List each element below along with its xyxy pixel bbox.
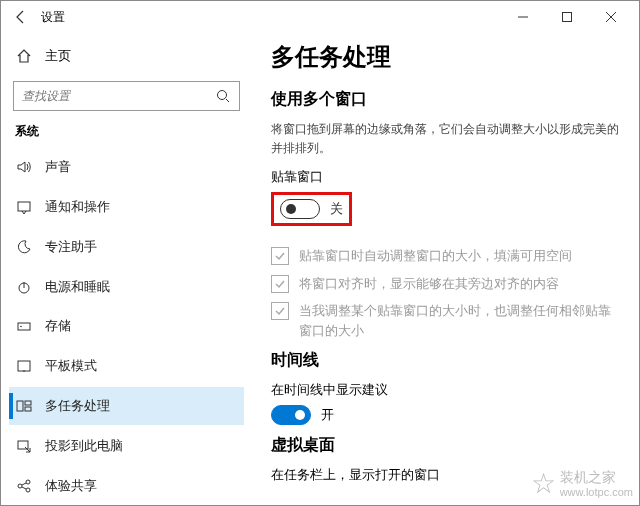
sidebar-item-projecting[interactable]: 投影到此电脑 bbox=[9, 427, 244, 465]
snap-option-3: 当我调整某个贴靠窗口的大小时，也调整任何相邻贴靠窗口的大小 bbox=[271, 301, 621, 340]
search-input[interactable] bbox=[13, 81, 240, 111]
checkbox-label: 贴靠窗口时自动调整窗口的大小，填满可用空间 bbox=[299, 246, 572, 266]
sidebar-item-label: 电源和睡眠 bbox=[45, 278, 110, 296]
svg-rect-7 bbox=[17, 401, 23, 411]
snap-toggle[interactable] bbox=[280, 199, 320, 219]
project-icon bbox=[15, 437, 33, 455]
page-title: 多任务处理 bbox=[271, 41, 621, 73]
svg-rect-8 bbox=[25, 401, 31, 405]
checkbox-icon bbox=[271, 302, 289, 320]
svg-point-13 bbox=[26, 488, 30, 492]
section-heading-virtual-desktop: 虚拟桌面 bbox=[271, 435, 621, 456]
sidebar-item-multitasking[interactable]: 多任务处理 bbox=[9, 387, 244, 425]
close-button[interactable] bbox=[589, 2, 633, 32]
svg-rect-0 bbox=[563, 13, 572, 22]
sidebar-item-label: 专注助手 bbox=[45, 238, 97, 256]
svg-rect-2 bbox=[18, 202, 30, 211]
checkbox-icon bbox=[271, 275, 289, 293]
section-heading-timeline: 时间线 bbox=[271, 350, 621, 371]
svg-point-1 bbox=[218, 90, 227, 99]
sidebar-item-label: 体验共享 bbox=[45, 477, 97, 495]
sidebar-group-title: 系统 bbox=[15, 123, 244, 140]
sidebar-item-label: 投影到此电脑 bbox=[45, 437, 123, 455]
minimize-button[interactable] bbox=[501, 2, 545, 32]
sidebar-item-focus-assist[interactable]: 专注助手 bbox=[9, 228, 244, 266]
tablet-icon bbox=[15, 357, 33, 375]
sidebar-item-label: 多任务处理 bbox=[45, 397, 110, 415]
notification-icon bbox=[15, 198, 33, 216]
window-title: 设置 bbox=[41, 9, 65, 26]
sidebar-item-label: 通知和操作 bbox=[45, 198, 110, 216]
virtual-desktop-label: 在任务栏上，显示打开的窗口 bbox=[271, 466, 621, 484]
share-icon bbox=[15, 477, 33, 495]
timeline-label: 在时间线中显示建议 bbox=[271, 381, 621, 399]
snap-toggle-highlight: 关 bbox=[271, 192, 352, 226]
svg-rect-4 bbox=[18, 323, 30, 330]
snap-toggle-state: 关 bbox=[330, 200, 343, 218]
sidebar-home[interactable]: 主页 bbox=[9, 39, 244, 73]
moon-icon bbox=[15, 238, 33, 256]
sidebar: 主页 系统 声音 通知和操作 专注助手 电源和睡眠 存储 平板模式 bbox=[1, 33, 253, 505]
speaker-icon bbox=[15, 158, 33, 176]
main-panel: 多任务处理 使用多个窗口 将窗口拖到屏幕的边缘或角落，它们会自动调整大小以形成完… bbox=[253, 33, 639, 505]
checkbox-icon bbox=[271, 247, 289, 265]
storage-icon bbox=[15, 317, 33, 335]
snap-label: 贴靠窗口 bbox=[271, 168, 621, 186]
section-desc: 将窗口拖到屏幕的边缘或角落，它们会自动调整大小以形成完美的并排排列。 bbox=[271, 120, 621, 158]
multitask-icon bbox=[15, 397, 33, 415]
checkbox-label: 当我调整某个贴靠窗口的大小时，也调整任何相邻贴靠窗口的大小 bbox=[299, 301, 621, 340]
sidebar-item-label: 声音 bbox=[45, 158, 71, 176]
snap-option-2: 将窗口对齐时，显示能够在其旁边对齐的内容 bbox=[271, 274, 621, 294]
svg-rect-6 bbox=[18, 361, 30, 371]
svg-point-5 bbox=[20, 326, 22, 328]
svg-point-11 bbox=[18, 484, 22, 488]
timeline-toggle-state: 开 bbox=[321, 406, 334, 424]
svg-point-12 bbox=[26, 480, 30, 484]
checkbox-label: 将窗口对齐时，显示能够在其旁边对齐的内容 bbox=[299, 274, 559, 294]
section-heading-windows: 使用多个窗口 bbox=[271, 89, 621, 110]
search-icon bbox=[214, 87, 232, 105]
back-button[interactable] bbox=[7, 3, 35, 31]
sidebar-item-shared[interactable]: 体验共享 bbox=[9, 467, 244, 505]
maximize-button[interactable] bbox=[545, 2, 589, 32]
sidebar-home-label: 主页 bbox=[45, 47, 71, 65]
home-icon bbox=[15, 47, 33, 65]
timeline-toggle[interactable] bbox=[271, 405, 311, 425]
power-icon bbox=[15, 278, 33, 296]
sidebar-item-storage[interactable]: 存储 bbox=[9, 308, 244, 346]
svg-rect-9 bbox=[25, 407, 31, 411]
sidebar-item-label: 存储 bbox=[45, 317, 71, 335]
sidebar-item-tablet[interactable]: 平板模式 bbox=[9, 347, 244, 385]
sidebar-item-sound[interactable]: 声音 bbox=[9, 148, 244, 186]
snap-option-1: 贴靠窗口时自动调整窗口的大小，填满可用空间 bbox=[271, 246, 621, 266]
sidebar-item-label: 平板模式 bbox=[45, 357, 97, 375]
sidebar-item-notifications[interactable]: 通知和操作 bbox=[9, 188, 244, 226]
sidebar-item-power[interactable]: 电源和睡眠 bbox=[9, 268, 244, 306]
